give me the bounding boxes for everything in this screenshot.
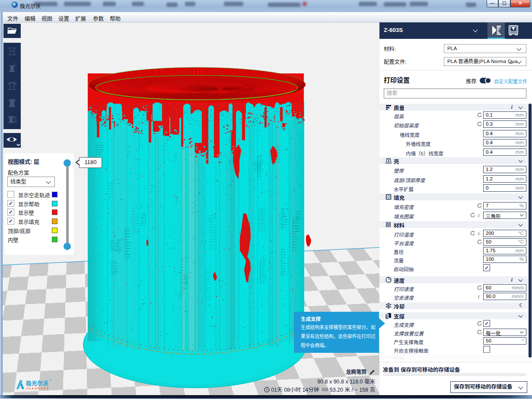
svg-text:JGAURORA: JGAURORA — [26, 387, 50, 390]
svg-text:极光尔沃: 极光尔沃 — [26, 379, 48, 387]
svg-text:®: ® — [49, 379, 51, 382]
